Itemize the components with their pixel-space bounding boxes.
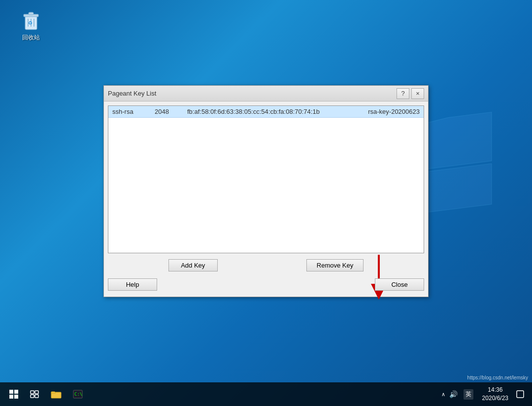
svg-rect-15 bbox=[31, 395, 34, 398]
key-bits: 2048 bbox=[155, 108, 179, 115]
system-tray: ∧ 🔊 英 bbox=[438, 389, 478, 400]
footer-buttons-row: Help Close bbox=[108, 276, 424, 293]
task-view-button[interactable] bbox=[25, 384, 44, 404]
dialog-overlay: Pageant Key List ? × ssh-rsa 2048 fb:af:… bbox=[0, 0, 532, 406]
desktop: ♻ 回收站 Pageant Key List ? × ssh-rsa bbox=[0, 0, 532, 406]
key-name: rsa-key-20200623 bbox=[368, 108, 420, 115]
dialog-controls: ? × bbox=[397, 88, 424, 99]
key-list-row[interactable]: ssh-rsa 2048 fb:af:58:0f:6d:63:38:05:cc:… bbox=[108, 106, 424, 118]
pageant-dialog: Pageant Key List ? × ssh-rsa 2048 fb:af:… bbox=[103, 85, 429, 297]
key-list[interactable]: ssh-rsa 2048 fb:af:58:0f:6d:63:38:05:cc:… bbox=[108, 105, 424, 253]
ime-indicator[interactable]: 英 bbox=[464, 389, 473, 400]
taskbar: C:\>_ ∧ 🔊 英 14:36 2020/6/23 bbox=[0, 382, 532, 406]
remove-key-button[interactable]: Remove Key bbox=[306, 259, 364, 271]
svg-rect-13 bbox=[31, 391, 34, 394]
website-url: https://blog.csdn.net/lemsky bbox=[467, 375, 528, 380]
dialog-title: Pageant Key List bbox=[108, 90, 397, 97]
dialog-help-button[interactable]: ? bbox=[397, 88, 409, 99]
volume-icon[interactable]: 🔊 bbox=[449, 390, 458, 398]
svg-rect-11 bbox=[9, 395, 13, 399]
start-icon bbox=[9, 389, 19, 399]
svg-rect-10 bbox=[14, 390, 18, 394]
start-button[interactable] bbox=[4, 384, 24, 404]
svg-text:C:\>_: C:\>_ bbox=[74, 392, 83, 397]
svg-rect-9 bbox=[9, 390, 13, 394]
svg-rect-16 bbox=[35, 395, 38, 398]
key-fingerprint: fb:af:58:0f:6d:63:38:05:cc:54:cb:fa:08:7… bbox=[187, 108, 360, 115]
terminal-button[interactable]: C:\>_ bbox=[68, 384, 88, 404]
terminal-icon: C:\>_ bbox=[73, 390, 83, 399]
svg-rect-20 bbox=[517, 391, 524, 398]
close-button[interactable]: Close bbox=[375, 278, 424, 291]
clock-date: 2020/6/23 bbox=[482, 394, 508, 403]
task-view-icon bbox=[30, 390, 39, 398]
tray-chevron[interactable]: ∧ bbox=[441, 391, 445, 398]
clock-time: 14:36 bbox=[488, 386, 502, 394]
file-explorer-button[interactable] bbox=[46, 384, 66, 404]
dialog-titlebar: Pageant Key List ? × bbox=[104, 86, 428, 102]
dialog-close-title-button[interactable]: × bbox=[411, 88, 424, 99]
help-button[interactable]: Help bbox=[108, 278, 157, 291]
svg-rect-14 bbox=[35, 391, 38, 394]
action-buttons-row: Add Key Remove Key bbox=[108, 257, 424, 273]
dialog-body: ssh-rsa 2048 fb:af:58:0f:6d:63:38:05:cc:… bbox=[104, 102, 428, 297]
notification-icon bbox=[516, 390, 524, 398]
taskbar-clock[interactable]: 14:36 2020/6/23 bbox=[478, 386, 512, 403]
add-key-button[interactable]: Add Key bbox=[168, 259, 218, 271]
svg-rect-12 bbox=[14, 395, 18, 399]
notification-button[interactable] bbox=[512, 384, 528, 404]
key-type: ssh-rsa bbox=[112, 108, 147, 115]
file-explorer-icon bbox=[51, 390, 62, 399]
